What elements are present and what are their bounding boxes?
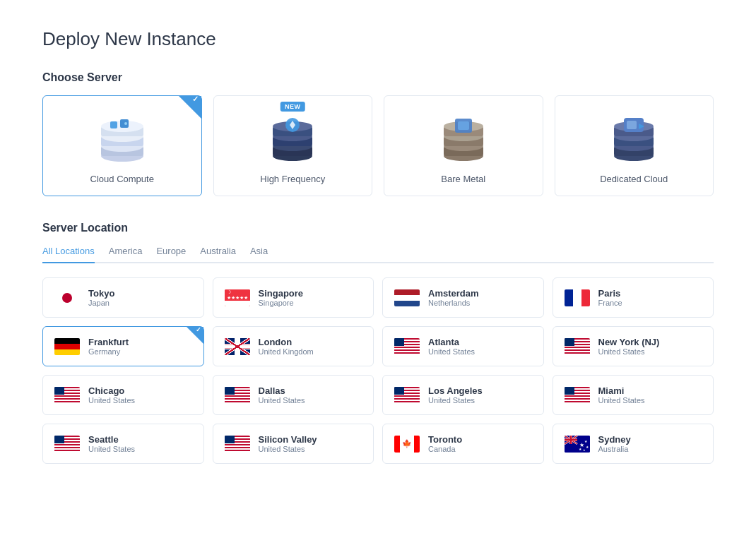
server-icon-dedicated-cloud (567, 110, 702, 167)
location-miami[interactable]: Miami United States (553, 375, 714, 415)
cloud-compute-label: Cloud Compute (54, 174, 190, 184)
selected-check-cloud (179, 96, 201, 119)
flag-us-silicon-valley (225, 436, 250, 453)
location-tokyo[interactable]: Tokyo Japan (42, 277, 204, 318)
loc-country-paris: France (598, 299, 622, 307)
server-type-grid: Cloud Compute NEW High Frequency (42, 95, 714, 196)
location-seattle[interactable]: Seattle United States (42, 424, 204, 464)
svg-line-41 (225, 338, 250, 355)
loc-info-frankfurt: Frankfurt Germany (88, 337, 129, 356)
location-tabs: All Locations America Europe Australia A… (42, 246, 714, 263)
tab-australia[interactable]: Australia (200, 246, 236, 263)
loc-city-chicago: Chicago (88, 385, 135, 396)
location-atlanta[interactable]: Atlanta United States (382, 326, 544, 366)
selected-check-frankfurt (187, 327, 203, 344)
server-type-bare-metal[interactable]: Bare Metal (384, 95, 543, 196)
svg-rect-35 (627, 121, 637, 129)
loc-city-tokyo: Tokyo (88, 288, 114, 299)
flag-uk (225, 338, 250, 355)
loc-city-seattle: Seattle (88, 434, 135, 445)
loc-info-sydney: Sydney Australia (598, 434, 631, 453)
server-type-dedicated-cloud[interactable]: Dedicated Cloud (555, 95, 714, 196)
loc-country-silicon-valley: United States (259, 445, 317, 453)
loc-country-seattle: United States (88, 445, 135, 453)
flag-us-chicago (54, 387, 80, 404)
flag-us-dallas (225, 387, 250, 404)
svg-rect-26 (458, 121, 469, 130)
loc-country-miami: United States (598, 396, 645, 405)
flag-germany (54, 338, 80, 355)
loc-info-toronto: Toronto Canada (428, 434, 462, 453)
location-frankfurt[interactable]: Frankfurt Germany (42, 326, 204, 366)
tab-asia[interactable]: Asia (250, 246, 268, 263)
svg-line-40 (225, 338, 250, 355)
location-dallas[interactable]: Dallas United States (213, 375, 374, 415)
location-new-york[interactable]: New York (NJ) United States (553, 326, 714, 366)
tab-america[interactable]: America (109, 246, 143, 263)
loc-country-atlanta: United States (428, 347, 475, 356)
flag-japan (54, 289, 80, 306)
flag-us-atlanta (394, 338, 420, 355)
svg-point-9 (124, 122, 127, 125)
loc-info-amsterdam: Amsterdam Netherlands (428, 288, 479, 307)
tab-europe[interactable]: Europe (156, 246, 186, 263)
svg-rect-44 (235, 338, 239, 355)
loc-city-london: London (259, 337, 314, 347)
loc-info-london: London United Kingdom (259, 337, 314, 356)
svg-rect-37 (225, 338, 250, 355)
server-type-cloud-compute[interactable]: Cloud Compute (42, 95, 202, 196)
location-london[interactable]: London United Kingdom (213, 326, 374, 366)
svg-rect-42 (235, 338, 240, 355)
location-amsterdam[interactable]: Amsterdam Netherlands (382, 277, 544, 318)
loc-city-silicon-valley: Silicon Valley (259, 434, 317, 445)
loc-city-dallas: Dallas (259, 385, 305, 396)
location-sydney[interactable]: ★ ★ ★ ★ ★ Sydney Australia (553, 424, 714, 464)
svg-rect-43 (225, 344, 250, 349)
svg-line-38 (225, 338, 250, 355)
server-location-title: Server Location (42, 222, 714, 234)
svg-line-39 (225, 338, 250, 355)
flag-canada: 🍁 (394, 436, 420, 453)
loc-country-singapore: Singapore (259, 299, 304, 307)
loc-country-los-angeles: United States (428, 396, 483, 405)
loc-city-paris: Paris (598, 288, 622, 299)
flag-australia: ★ ★ ★ ★ ★ (565, 436, 590, 453)
server-icon-high-frequency (225, 110, 361, 167)
loc-country-london: United Kingdom (259, 347, 314, 356)
location-toronto[interactable]: 🍁 Toronto Canada (382, 424, 544, 464)
loc-country-frankfurt: Germany (88, 347, 129, 356)
location-los-angeles[interactable]: Los Angeles United States (382, 375, 544, 415)
loc-country-new-york: United States (598, 347, 660, 356)
loc-info-seattle: Seattle United States (88, 434, 135, 453)
location-paris[interactable]: Paris France (553, 277, 714, 318)
loc-country-dallas: United States (259, 396, 305, 405)
loc-info-miami: Miami United States (598, 385, 645, 405)
loc-city-new-york: New York (NJ) (598, 337, 660, 347)
loc-city-singapore: Singapore (259, 288, 304, 299)
tab-all-locations[interactable]: All Locations (42, 246, 95, 263)
page-title: Deploy New Instance (42, 28, 714, 50)
flag-us-new-york (565, 338, 590, 355)
loc-city-los-angeles: Los Angeles (428, 385, 483, 396)
svg-text:★: ★ (583, 448, 586, 452)
location-chicago[interactable]: Chicago United States (42, 375, 204, 415)
location-silicon-valley[interactable]: Silicon Valley United States (213, 424, 374, 464)
loc-info-dallas: Dallas United States (259, 385, 305, 405)
loc-city-sydney: Sydney (598, 434, 631, 445)
flag-us-los-angeles (394, 387, 420, 404)
dedicated-cloud-label: Dedicated Cloud (567, 174, 702, 184)
loc-info-paris: Paris France (598, 288, 622, 307)
svg-rect-55 (565, 438, 577, 441)
loc-info-atlanta: Atlanta United States (428, 337, 475, 356)
choose-server-title: Choose Server (42, 71, 714, 84)
flag-france (565, 289, 590, 306)
location-singapore[interactable]: ☽ ★★★★★ Singapore Singapore (213, 277, 374, 318)
loc-country-amsterdam: Netherlands (428, 299, 479, 307)
high-frequency-label: High Frequency (225, 174, 361, 184)
svg-rect-45 (225, 345, 250, 348)
loc-info-chicago: Chicago United States (88, 385, 135, 405)
server-type-high-frequency[interactable]: NEW High Frequency (213, 95, 373, 196)
location-grid: Tokyo Japan ☽ ★★★★★ Singapore Singapore … (42, 277, 714, 464)
server-icon-bare-metal (396, 110, 531, 167)
bare-metal-label: Bare Metal (396, 174, 531, 184)
